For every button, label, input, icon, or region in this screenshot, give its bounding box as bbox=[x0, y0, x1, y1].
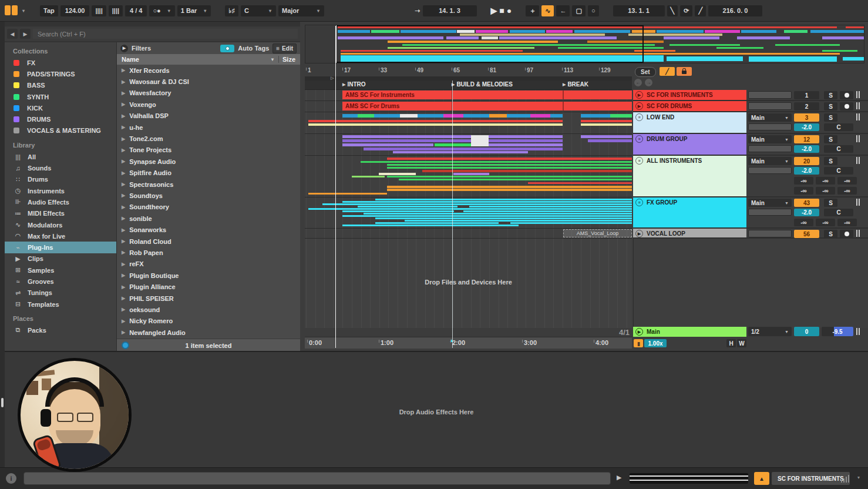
locator-build-melodies[interactable]: ▶BUILD & MELODIES bbox=[452, 81, 513, 88]
logo-caret-icon[interactable]: ▾ bbox=[22, 8, 25, 14]
send-2-field[interactable]: -∞ bbox=[816, 177, 835, 185]
crossfade-button[interactable]: C bbox=[824, 167, 853, 175]
sidebar-item-templates[interactable]: ⊟Templates bbox=[5, 299, 116, 310]
follow-icon[interactable]: ➝ bbox=[415, 7, 420, 15]
set-locator-button[interactable]: Set bbox=[635, 67, 656, 77]
solo-button[interactable]: S bbox=[824, 102, 837, 110]
next-locator-icon[interactable]: → bbox=[645, 79, 652, 86]
playback-speed-field[interactable]: 1.00x bbox=[644, 339, 667, 347]
track-volume-field[interactable]: -2.0 bbox=[794, 123, 819, 131]
loop-button[interactable]: ⟳ bbox=[680, 5, 692, 16]
expand-triangle-icon[interactable]: ▶ bbox=[122, 330, 125, 335]
collection-item-pads-strings[interactable]: PADS/STRINGS bbox=[5, 68, 116, 79]
height-zoom-button[interactable]: H bbox=[726, 339, 736, 347]
vendor-row-xfer-records[interactable]: ▶Xfer Records bbox=[117, 65, 300, 76]
track-slider-box[interactable] bbox=[748, 102, 792, 110]
vendor-row-spitfire-audio[interactable]: ▶Spitfire Audio bbox=[117, 168, 300, 179]
sidebar-item-max-for-live[interactable]: ◠Max for Live bbox=[5, 230, 116, 242]
meter-caret-icon[interactable]: ▾ bbox=[857, 475, 860, 480]
tap-tempo-button[interactable]: Tap bbox=[40, 5, 58, 16]
main-pan-field[interactable]: 0 bbox=[794, 327, 819, 336]
sidebar-item-tunings[interactable]: ⇌Tunings bbox=[5, 287, 116, 299]
track-volume-field[interactable]: -2.0 bbox=[794, 209, 819, 216]
track-header-fx-group[interactable]: ≡FX GROUPMain▼43S-2.0C-∞-∞-∞ bbox=[633, 197, 868, 229]
vendor-row-wavosaur-dj-csi[interactable]: ▶Wavosaur & DJ CSI bbox=[117, 76, 300, 87]
collection-item-synth[interactable]: SYNTH bbox=[5, 91, 116, 102]
expand-triangle-icon[interactable]: ▶ bbox=[122, 273, 125, 278]
width-zoom-button[interactable]: W bbox=[737, 339, 746, 347]
expand-triangle-icon[interactable]: ▶ bbox=[122, 136, 125, 142]
metronome-button[interactable]: |||| bbox=[92, 5, 106, 16]
draw-automation-icon[interactable]: ╱ bbox=[660, 67, 675, 76]
expand-triangle-icon[interactable]: ▶ bbox=[122, 307, 125, 312]
info-icon[interactable]: i bbox=[6, 473, 16, 484]
sidebar-item-drums[interactable]: ∷Drums bbox=[5, 174, 116, 185]
send-3-field[interactable]: -∞ bbox=[837, 187, 857, 195]
lane-sc-for-drums[interactable]: AMS SC For Drums bbox=[305, 101, 632, 112]
vendor-row-valhalla-dsp[interactable]: ▶Valhalla DSP bbox=[117, 110, 300, 122]
track-name-cell[interactable]: ≡LOW END bbox=[633, 112, 746, 133]
empty-lane-area[interactable]: Drop Files and Devices Here bbox=[305, 239, 632, 328]
send-1-field[interactable]: -∞ bbox=[794, 219, 813, 226]
overview-viewport[interactable] bbox=[335, 25, 644, 63]
expand-triangle-icon[interactable]: ▶ bbox=[122, 262, 125, 267]
track-number-box[interactable]: 56 bbox=[794, 230, 819, 238]
vendor-row-refx[interactable]: ▶reFX bbox=[117, 259, 300, 270]
sidebar-item-audio-effects[interactable]: ⊪Audio Effects bbox=[5, 196, 116, 207]
track-header-all-instruments[interactable]: ≡ALL INSTRUMENTSMain▼20S-2.0C-∞-∞-∞-∞-∞-… bbox=[633, 156, 868, 197]
expand-triangle-icon[interactable]: ▶ bbox=[122, 102, 125, 107]
sidebar-item-instruments[interactable]: ◷Instruments bbox=[5, 185, 116, 196]
collection-item-drums[interactable]: DRUMS bbox=[5, 113, 116, 125]
collection-item-vocals-mastering[interactable]: VOCALS & MASTERING bbox=[5, 125, 116, 136]
track-volume-field[interactable]: -2.0 bbox=[794, 167, 819, 175]
vendor-row-tone2-com[interactable]: ▶Tone2.com bbox=[117, 133, 300, 144]
new-button[interactable]: ＋ bbox=[526, 5, 539, 16]
time-signature-field[interactable]: 4 / 4 bbox=[125, 5, 147, 16]
loop-brace-strip[interactable] bbox=[305, 76, 632, 81]
vendor-row-voxengo[interactable]: ▶Voxengo bbox=[117, 99, 300, 110]
key-signature-icon[interactable]: ♭♯ bbox=[225, 5, 238, 16]
send-2-field[interactable]: -∞ bbox=[816, 187, 835, 195]
expand-triangle-icon[interactable]: ▶ bbox=[122, 205, 125, 210]
locator-intro[interactable]: ▶INTRO bbox=[342, 81, 366, 88]
input-routing-box[interactable] bbox=[748, 167, 792, 174]
draw-mode-button[interactable]: ▢ bbox=[572, 5, 585, 16]
column-headers[interactable]: Name▼ Size bbox=[117, 54, 300, 65]
track-header-vocal-loop[interactable]: ▶VOCAL LOOP56S bbox=[633, 229, 868, 239]
main-track-row[interactable]: ▶ Main 1/2▼ 0 -9.5 bbox=[633, 327, 868, 337]
expand-triangle-icon[interactable]: ▶ bbox=[122, 159, 125, 164]
time-ruler[interactable]: ▲0:001:002:003:004:00 bbox=[305, 337, 632, 349]
input-routing-box[interactable] bbox=[748, 145, 792, 152]
track-number-box[interactable]: 43 bbox=[794, 199, 819, 207]
vendor-row-phil-speiser[interactable]: ▶PHIL SPEISER bbox=[117, 293, 300, 304]
main-split-menu[interactable]: 1/2▼ bbox=[748, 327, 792, 336]
expand-triangle-icon[interactable]: ▶ bbox=[122, 170, 125, 176]
vendor-row-soundtoys[interactable]: ▶Soundtoys bbox=[117, 190, 300, 201]
vendor-row-sonible[interactable]: ▶sonible bbox=[117, 213, 300, 224]
lane-fx-group[interactable] bbox=[305, 197, 632, 229]
beat-ruler[interactable]: 1173349658197113129 bbox=[305, 66, 632, 76]
lane-drum-group[interactable] bbox=[305, 134, 632, 156]
vendor-row-plugin-boutique[interactable]: ▶Plugin Boutique bbox=[117, 270, 300, 281]
status-text-field[interactable] bbox=[23, 472, 611, 485]
key-root-menu[interactable]: C▾ bbox=[241, 5, 276, 16]
input-routing-box[interactable] bbox=[748, 123, 792, 130]
crossfade-button[interactable]: C bbox=[824, 123, 853, 131]
quantize-menu[interactable]: 1 Bar▾ bbox=[177, 5, 211, 16]
track-slider-box[interactable] bbox=[748, 91, 792, 99]
expand-triangle-icon[interactable]: ▶ bbox=[122, 68, 125, 73]
solo-button[interactable]: S bbox=[824, 135, 837, 143]
crossfade-button[interactable]: C bbox=[824, 145, 853, 153]
device-chain-area[interactable]: Drop Audio Effects Here bbox=[5, 351, 868, 467]
sidebar-item-midi-effects[interactable]: ≔MIDI Effects bbox=[5, 208, 116, 219]
loop-start-field[interactable]: 13. 1. 1 bbox=[613, 5, 665, 16]
expand-triangle-icon[interactable]: ▶ bbox=[122, 193, 125, 198]
lane-vocal-loop[interactable]: AMS_Vocal_Loop bbox=[305, 229, 632, 239]
arrangement-position-field[interactable]: 14. 1. 3 bbox=[423, 5, 477, 16]
session-record-button[interactable]: ○ bbox=[588, 5, 599, 16]
clip-ams-sc-for-drums[interactable]: AMS SC For Drums bbox=[342, 102, 632, 110]
vendor-row-rob-papen[interactable]: ▶Rob Papen bbox=[117, 247, 300, 258]
expand-triangle-icon[interactable]: ▶ bbox=[122, 79, 125, 85]
play-button[interactable]: ▶ bbox=[491, 6, 497, 15]
send-3-field[interactable]: -∞ bbox=[837, 219, 857, 226]
